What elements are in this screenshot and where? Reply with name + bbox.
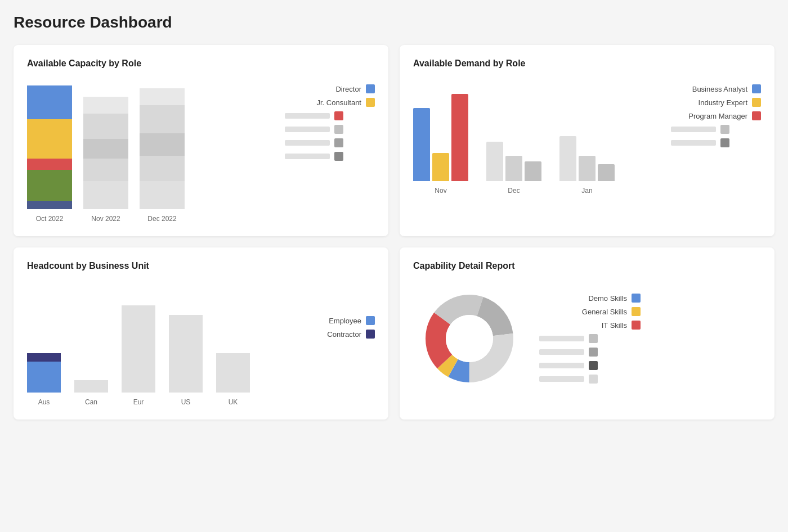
headcount-bars: Aus Can Eur xyxy=(27,282,276,406)
legend-item-contractor: Contractor xyxy=(285,330,375,339)
legend-swatch-director xyxy=(366,84,375,93)
cap-legend-item-c5 xyxy=(539,348,641,357)
legend-item-r3 xyxy=(285,111,375,120)
legend-item-ie: Industry Expert xyxy=(671,98,761,107)
headcount-label-uk: UK xyxy=(229,398,238,406)
legend-item-pm: Program Manager xyxy=(671,111,761,120)
legend-item-director: Director xyxy=(285,84,375,93)
bar-segment xyxy=(27,170,72,201)
headcount-legend: Employee Contractor xyxy=(285,282,375,339)
cap-swatch-c7 xyxy=(589,375,598,384)
demand-bar-dec-2 xyxy=(505,156,522,181)
legend-swatch-pm xyxy=(752,111,761,120)
headcount-label-us: US xyxy=(181,398,191,406)
demand-label-dec: Dec xyxy=(508,187,520,195)
legend-bar-r5 xyxy=(285,140,330,146)
headcount-label-can: Can xyxy=(85,398,97,406)
cap-swatch-general xyxy=(632,307,641,316)
bar-segment xyxy=(27,119,72,159)
headcount-chart-area: Aus Can Eur xyxy=(27,282,375,406)
headcount-card: Headcount by Business Unit Aus Can xyxy=(14,247,388,420)
cap-legend-item-demo: Demo Skills xyxy=(539,294,641,303)
capacity-bars: Oct 2022 Nov 2022 xyxy=(27,80,276,223)
donut-hole xyxy=(446,315,493,362)
headcount-can-employee xyxy=(74,380,108,393)
demand-label-jan: Jan xyxy=(581,187,592,195)
headcount-eur-stack xyxy=(122,269,155,393)
legend-item-r6 xyxy=(285,152,375,161)
demand-dec-bars xyxy=(486,80,541,181)
headcount-aus-employee xyxy=(27,362,61,393)
bar-segment xyxy=(83,181,128,209)
headcount-label-aus: Aus xyxy=(38,398,50,406)
demand-bar-jan-1 xyxy=(559,136,576,181)
page-title: Resource Dashboard xyxy=(14,13,774,31)
headcount-bar-us: US xyxy=(169,269,203,406)
demand-bar-nov-ie xyxy=(432,153,449,181)
bar-segment xyxy=(27,201,72,209)
demand-bar-group-jan: Jan xyxy=(559,80,615,195)
legend-item-employee: Employee xyxy=(285,316,375,325)
demand-chart-area: Nov Dec xyxy=(413,80,761,195)
bar-label-oct: Oct 2022 xyxy=(36,215,64,223)
capability-legend: Demo Skills General Skills IT Skills xyxy=(539,294,641,384)
legend-item-d4 xyxy=(671,125,761,134)
bar-group-nov: Nov 2022 xyxy=(83,80,128,223)
headcount-us-employee xyxy=(169,315,203,393)
headcount-aus-contractor xyxy=(27,353,61,362)
headcount-us-stack xyxy=(169,269,203,393)
legend-item-r4 xyxy=(285,125,375,134)
legend-item-r5 xyxy=(285,138,375,147)
bar-segment xyxy=(27,159,72,170)
bar-label-nov: Nov 2022 xyxy=(91,215,120,223)
demand-bar-dec-1 xyxy=(486,142,503,181)
bar-segment xyxy=(140,105,185,133)
legend-swatch-contractor xyxy=(366,330,375,339)
demand-card: Available Demand by Role Nov xyxy=(400,45,774,236)
legend-swatch-jr-consultant xyxy=(366,98,375,107)
legend-swatch-d4 xyxy=(720,125,729,134)
demand-legend: Business Analyst Industry Expert Program… xyxy=(671,80,761,147)
capacity-chart-area: Oct 2022 Nov 2022 xyxy=(27,80,375,223)
legend-bar-r4 xyxy=(285,127,330,132)
bar-segment xyxy=(140,133,185,156)
headcount-bar-can: Can xyxy=(74,269,108,406)
capacity-legend: Director Jr. Consultant xyxy=(285,80,375,161)
legend-item-ba: Business Analyst xyxy=(671,84,761,93)
bar-segment xyxy=(27,85,72,119)
cap-bar-c6 xyxy=(539,363,584,368)
headcount-uk-stack xyxy=(216,269,250,393)
demand-label-nov: Nov xyxy=(435,187,446,195)
bar-segment xyxy=(83,159,128,181)
bar-segment xyxy=(140,181,185,209)
legend-swatch-ba xyxy=(752,84,761,93)
demand-jan-bars xyxy=(559,80,615,181)
legend-swatch-r4 xyxy=(334,125,343,134)
demand-nov-bars xyxy=(413,80,468,181)
cap-legend-item-c6 xyxy=(539,361,641,370)
demand-bar-dec-3 xyxy=(525,161,541,181)
bar-group-dec: Dec 2022 xyxy=(140,80,185,223)
headcount-uk-employee xyxy=(216,353,250,393)
cap-bar-c7 xyxy=(539,376,584,382)
capability-title: Capability Detail Report xyxy=(413,261,761,271)
cap-bar-c5 xyxy=(539,349,584,355)
demand-bar-jan-3 xyxy=(598,164,615,181)
bar-label-dec: Dec 2022 xyxy=(147,215,176,223)
legend-swatch-d5 xyxy=(720,138,729,147)
bar-segment xyxy=(140,156,185,181)
headcount-bar-aus: Aus xyxy=(27,269,61,406)
cap-swatch-c6 xyxy=(589,361,598,370)
cap-swatch-it xyxy=(632,321,641,330)
donut-chart xyxy=(413,282,526,395)
capacity-card: Available Capacity by Role Oct 2022 xyxy=(14,45,388,236)
legend-swatch-r5 xyxy=(334,138,343,147)
bar-segment xyxy=(83,97,128,114)
cap-legend-item-c4 xyxy=(539,334,641,343)
legend-swatch-employee xyxy=(366,316,375,325)
legend-bar-r6 xyxy=(285,154,330,159)
cap-swatch-c5 xyxy=(589,348,598,357)
legend-bar-d5 xyxy=(671,140,716,146)
headcount-eur-employee xyxy=(122,305,155,393)
legend-swatch-r3 xyxy=(334,111,343,120)
